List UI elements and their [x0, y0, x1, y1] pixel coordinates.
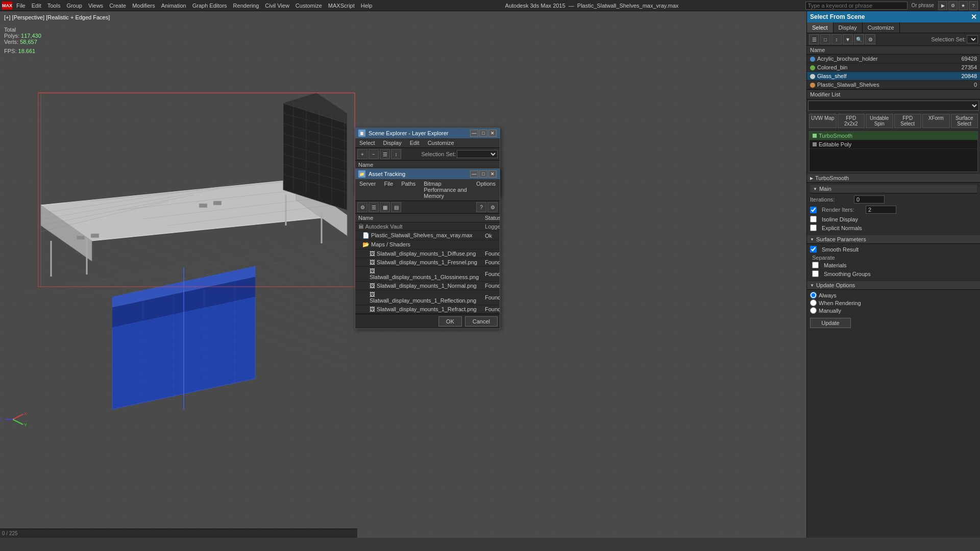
asset-settings-btn[interactable]: ⚙ [487, 202, 498, 212]
layer-selection-set-dropdown[interactable] [457, 150, 498, 158]
layer-delete-btn[interactable]: − [369, 149, 379, 159]
menu-maxscript[interactable]: MAXScript [326, 3, 357, 9]
materials-checkbox[interactable] [812, 262, 819, 268]
menu-file[interactable]: File [14, 3, 28, 9]
menu-edit[interactable]: Edit [30, 3, 43, 9]
menu-animation[interactable]: Animation [159, 3, 188, 9]
update-button[interactable]: Update [810, 318, 851, 328]
menu-rendering[interactable]: Rendering [231, 3, 261, 9]
layer-add-btn[interactable]: + [357, 149, 368, 159]
asset-help-btn[interactable]: ? [476, 202, 486, 212]
asset-minimize[interactable]: — [470, 170, 478, 178]
asset-table-row[interactable]: 🖼 Slatwall_display_mounts_1_Normal.pngFo… [355, 282, 500, 290]
when-rendering-radio[interactable] [810, 299, 817, 306]
scene-object-row[interactable]: Colored_bin27354 [807, 63, 980, 72]
menu-group[interactable]: Group [64, 3, 84, 9]
stack-item-turbosmooth[interactable]: TurboSmooth [810, 132, 977, 140]
asset-table-row[interactable]: 🖼 Slatwall_display_mounts_1_Fresnel.pngF… [355, 258, 500, 267]
menu-grapheditors[interactable]: Graph Editors [190, 3, 229, 9]
explicit-normals-checkbox[interactable] [810, 224, 817, 231]
select-panel-close[interactable]: ✕ [971, 13, 977, 21]
smoothing-groups-checkbox[interactable] [812, 270, 819, 277]
surface-select-btn[interactable]: Surface Select [951, 114, 978, 128]
tab-select[interactable]: Select [807, 22, 834, 33]
layer-explorer-title-bar: 📋 Scene Explorer - Layer Explorer — □ ✕ [355, 128, 500, 138]
asset-cancel-btn[interactable]: Cancel [465, 316, 498, 327]
layer-explorer-maximize[interactable]: □ [479, 130, 487, 137]
layer-sort-btn[interactable]: ↕ [391, 149, 401, 159]
uvw-map-btn[interactable]: UVW Map [809, 114, 837, 128]
search-input[interactable] [805, 2, 908, 10]
layer-explorer-minimize[interactable]: — [470, 130, 478, 137]
select-panel-tabs: Select Display Customize [807, 22, 980, 33]
manually-radio[interactable] [810, 307, 817, 314]
asset-table-row[interactable]: 📂 Maps / Shaders [355, 240, 500, 249]
modifier-dropdown[interactable] [808, 101, 979, 111]
asset-toolbar-3[interactable]: ▦ [380, 202, 390, 212]
menu-tools[interactable]: Tools [45, 3, 63, 9]
icon-render[interactable]: ▶ [938, 1, 947, 10]
layer-menu-customize[interactable]: Customize [424, 139, 458, 147]
stack-item-editpoly[interactable]: Editable Poly [810, 140, 977, 149]
asset-toolbar-4[interactable]: ▤ [391, 202, 401, 212]
menu-create[interactable]: Create [107, 3, 128, 9]
icon-help[interactable]: ? [969, 1, 978, 10]
smooth-result-checkbox[interactable] [810, 246, 817, 253]
sel-filter-btn[interactable]: ▼ [843, 34, 853, 44]
asset-menu-server[interactable]: Server [355, 180, 380, 200]
surface-params-header[interactable]: ▼ Surface Parameters [807, 235, 980, 244]
asset-table-row[interactable]: 🖼 Slatwall_display_mounts_1_Reflection.p… [355, 290, 500, 305]
menu-views[interactable]: Views [86, 3, 105, 9]
menu-modifiers[interactable]: Modifiers [130, 3, 157, 9]
menu-help[interactable]: Help [359, 3, 375, 9]
fpd-btn[interactable]: FPD 2x2x2 [838, 114, 865, 128]
asset-maximize[interactable]: □ [479, 170, 487, 178]
layer-menu-select[interactable]: Select [355, 139, 379, 147]
render-iters-checkbox[interactable] [810, 207, 817, 213]
select-panel-title-bar: Select From Scene ✕ [807, 11, 980, 22]
render-iters-input[interactable] [866, 206, 896, 214]
sel-none-btn[interactable]: □ [820, 34, 830, 44]
asset-toolbar-2[interactable]: ☰ [369, 202, 379, 212]
layer-menu-display[interactable]: Display [379, 139, 406, 147]
asset-menu-bitmap[interactable]: Bitmap Performance and Memory [420, 180, 472, 200]
main-subsection-header[interactable]: ▼ Main [810, 185, 977, 193]
asset-close[interactable]: ✕ [488, 170, 497, 178]
layer-menu-edit[interactable]: Edit [406, 139, 424, 147]
icon-star[interactable]: ★ [959, 1, 968, 10]
layer-view-btn[interactable]: ☰ [380, 149, 390, 159]
layer-explorer-close[interactable]: ✕ [488, 130, 497, 137]
icon-settings[interactable]: ⚙ [948, 1, 958, 10]
tab-display[interactable]: Display [834, 22, 863, 33]
asset-table-row[interactable]: 📄 Plastic_Slatwall_Shelves_max_vray.maxO… [355, 231, 500, 240]
asset-table-row[interactable]: 🖼 Slatwall_display_mounts_1_Diffuse.pngF… [355, 249, 500, 258]
turbosmooth-section-header[interactable]: ▶ TurboSmooth [807, 174, 980, 183]
sel-search-btn[interactable]: 🔍 [854, 34, 864, 44]
always-radio[interactable] [810, 292, 817, 298]
scene-object-row[interactable]: Glass_shelf20848 [807, 72, 980, 81]
selection-set-dropdown[interactable] [967, 35, 978, 43]
undable-spin-btn[interactable]: Undable Spin [866, 114, 893, 128]
asset-menu-paths[interactable]: Paths [397, 180, 420, 200]
iterations-input[interactable] [854, 195, 885, 204]
sel-config-btn[interactable]: ⚙ [865, 34, 875, 44]
update-options-header[interactable]: ▼ Update Options [807, 281, 980, 290]
asset-menu-file[interactable]: File [380, 180, 397, 200]
scene-object-row[interactable]: Acrylic_brochure_holder69428 [807, 55, 980, 63]
sel-all-btn[interactable]: ☰ [809, 34, 819, 44]
asset-table-row[interactable]: 🏛 Autodesk VaultLogged [355, 222, 500, 231]
menu-civil[interactable]: Civil View [263, 3, 291, 9]
manually-label: Manually [819, 308, 841, 314]
menu-customize[interactable]: Customize [293, 3, 324, 9]
scene-object-row[interactable]: Plastic_Slatwall_Shelves0 [807, 81, 980, 89]
isoline-checkbox[interactable] [810, 216, 817, 222]
asset-table-row[interactable]: 🖼 Slatwall_display_mounts_1_Glossiness.p… [355, 267, 500, 282]
asset-toolbar-1[interactable]: ⚙ [357, 202, 368, 212]
xform-btn[interactable]: XForm [922, 114, 950, 128]
asset-table-row[interactable]: 🖼 Slatwall_display_mounts_1_Refract.pngF… [355, 305, 500, 314]
asset-ok-btn[interactable]: OK [438, 316, 462, 327]
asset-menu-options[interactable]: Options [472, 180, 500, 200]
sel-invert-btn[interactable]: ↕ [831, 34, 842, 44]
tab-customize[interactable]: Customize [863, 22, 900, 33]
fpd-select-btn[interactable]: FPD Select [894, 114, 922, 128]
